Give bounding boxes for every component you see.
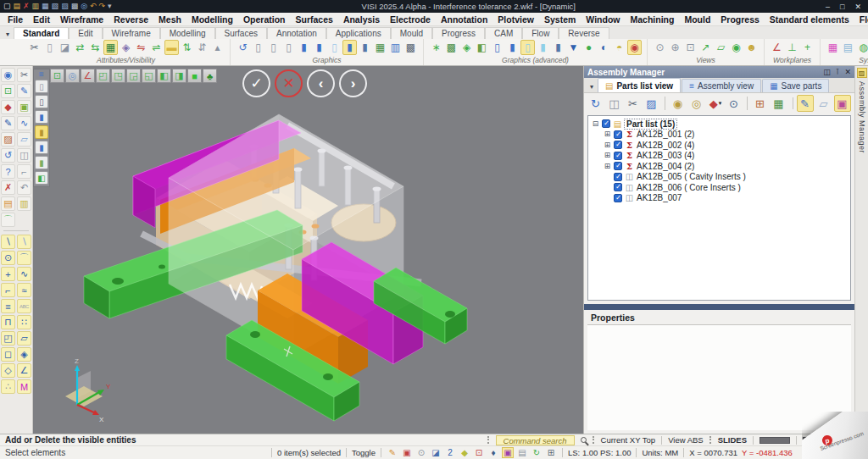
previous-button[interactable]: ‹ xyxy=(307,69,335,97)
refresh-icon[interactable]: ↺ xyxy=(1,148,15,163)
section-icon[interactable]: ▮ xyxy=(358,40,372,55)
help-icon[interactable]: ? xyxy=(1,164,15,179)
magnify-small-icon[interactable]: ⊙ xyxy=(415,447,427,458)
grid-small-icon[interactable]: ⊞ xyxy=(545,447,557,458)
edit-part-icon[interactable]: ✎ xyxy=(797,95,814,112)
view-tree-icon[interactable]: ♣ xyxy=(203,69,217,83)
copy-list-icon[interactable]: ▱ xyxy=(815,95,832,112)
expander-icon[interactable]: ⊟ xyxy=(592,120,599,128)
window-icon[interactable]: ▤ xyxy=(841,40,855,55)
points-icon[interactable]: ∴ xyxy=(1,379,15,394)
close-file-icon[interactable]: ✗ xyxy=(23,3,30,10)
maximize-button[interactable]: □ xyxy=(840,3,844,11)
menu-item[interactable]: Electrode xyxy=(386,14,435,25)
delete-icon[interactable]: ✗ xyxy=(1,180,15,195)
slider-bar[interactable] xyxy=(760,437,790,444)
checkbox-checked-icon[interactable] xyxy=(614,194,622,202)
panel-tab[interactable]: ▦ Save parts xyxy=(762,79,829,92)
image-icon[interactable]: ▣ xyxy=(401,447,413,458)
line-icon[interactable]: ∖ xyxy=(1,235,15,249)
menu-item[interactable]: Standard elements xyxy=(765,14,854,25)
attributes-icon[interactable]: ◈ xyxy=(119,40,133,55)
circle-icon[interactable]: ⊙ xyxy=(1,251,15,265)
transfer-green-icon[interactable]: ⇌ xyxy=(149,40,164,55)
ribbon-tab[interactable]: Edit xyxy=(69,27,102,39)
panel-tab[interactable]: ▤ Parts list view xyxy=(598,78,681,92)
ribbon-tab[interactable]: Standard xyxy=(14,27,69,39)
hatch-lines-icon[interactable]: ≡ xyxy=(1,299,15,313)
diamond-icon[interactable]: ◆ xyxy=(459,447,470,458)
next-button[interactable]: › xyxy=(339,69,367,97)
view-abs-label[interactable]: View ABS xyxy=(668,435,704,445)
layer-active-icon[interactable]: ▮ xyxy=(35,125,48,139)
workplane-icon[interactable]: ∠ xyxy=(770,40,784,55)
dynamic-section-icon[interactable]: ◐ xyxy=(597,40,611,55)
panel-tab[interactable]: ≡ Assembly view xyxy=(682,79,761,92)
menu-item[interactable]: Operation xyxy=(239,14,290,25)
mockup-icon[interactable]: M xyxy=(17,379,31,394)
swap-visibility-icon[interactable]: ⇄ xyxy=(73,40,87,55)
layer-green-icon[interactable]: ▮ xyxy=(35,156,48,169)
zoom-previous-icon[interactable]: ⊙ xyxy=(653,40,667,55)
view-iso2-icon[interactable]: ◧ xyxy=(157,69,171,83)
refresh-list-icon[interactable]: ↻ xyxy=(587,95,604,112)
assembly-manager-side-tab[interactable]: Assembly Manager xyxy=(858,81,866,153)
hide-icon[interactable]: ◪ xyxy=(58,40,72,55)
zoom-box-icon[interactable]: ⊡ xyxy=(1,84,15,98)
ribbon-tab[interactable]: Surfaces xyxy=(215,27,267,39)
box-icon[interactable]: ◇ xyxy=(1,363,15,378)
toggle-button[interactable]: Toggle xyxy=(352,448,376,457)
hidden-line-icon[interactable]: ▯ xyxy=(266,40,281,55)
move-updown-icon[interactable]: ⇅ xyxy=(180,40,194,55)
menu-item[interactable]: Plotview xyxy=(493,14,538,25)
save-icon[interactable]: ▦ xyxy=(42,3,49,10)
dashed-line-icon[interactable]: ∖ xyxy=(17,235,31,249)
workplane-new-icon[interactable]: + xyxy=(800,40,815,55)
background-icon[interactable]: ▩ xyxy=(403,40,418,55)
solid-icon[interactable]: ◫ xyxy=(17,148,31,163)
menu-item[interactable]: Progress xyxy=(716,14,764,25)
analysis-shield-icon[interactable]: ◉ xyxy=(627,40,642,55)
bom-table-icon[interactable]: ▦ xyxy=(771,95,787,112)
sheet-icon[interactable]: ▥ xyxy=(17,196,31,211)
new-file-icon[interactable]: ▢ xyxy=(3,3,11,10)
grid-shade-icon[interactable]: ▦ xyxy=(373,40,387,55)
shaded-edges-icon[interactable]: ▮ xyxy=(312,40,326,55)
tools-icon[interactable]: ✂ xyxy=(625,95,642,112)
mesh-icon[interactable]: ▩ xyxy=(444,40,459,55)
validate-icon[interactable]: ▣ xyxy=(17,100,31,114)
ribbon-tab[interactable]: Progress xyxy=(432,27,485,39)
view-shaded-icon[interactable]: ■ xyxy=(187,69,202,83)
undo-icon[interactable]: ↶ xyxy=(17,180,31,195)
tabs-dropdown-icon[interactable]: ▾ xyxy=(586,83,598,92)
block-icon[interactable]: ◈ xyxy=(17,347,31,362)
spline-icon[interactable]: ∿ xyxy=(17,267,31,281)
expander-icon[interactable]: ⊞ xyxy=(604,130,611,138)
view-orient-icon[interactable]: ☻ xyxy=(744,40,759,55)
panel-splitter[interactable] xyxy=(584,304,854,310)
import-icon[interactable]: ▥ xyxy=(32,3,40,10)
grip-handle[interactable] xyxy=(593,436,595,444)
plane-icon[interactable]: ▱ xyxy=(17,132,31,147)
menu-item[interactable]: Modelling xyxy=(187,14,237,25)
tree-item[interactable]: ⊞ Σ AK12B_004 (2) xyxy=(590,161,849,172)
transparent-icon[interactable]: ▯ xyxy=(327,40,342,55)
layer-blue-icon[interactable]: ▮ xyxy=(35,110,48,124)
checkbox-checked-icon[interactable] xyxy=(614,173,622,181)
expander-icon[interactable]: ⊞ xyxy=(604,163,611,170)
layer-blank-icon[interactable]: ▯ xyxy=(35,80,48,93)
measure-icon[interactable]: ◆ xyxy=(1,100,15,114)
menu-item[interactable]: Mesh xyxy=(154,14,186,25)
annotate-icon[interactable]: ✎ xyxy=(1,116,15,130)
cube-purple-icon[interactable]: ▣ xyxy=(502,447,514,458)
panel-strip-icon[interactable]: ▨ xyxy=(857,68,867,78)
trim-icon[interactable]: ✂ xyxy=(17,68,31,82)
checkbox-checked-icon[interactable] xyxy=(614,130,622,139)
region-icon[interactable]: ▱ xyxy=(17,331,31,346)
frame-icon[interactable]: ⊡ xyxy=(473,447,485,458)
color-parts-icon[interactable]: ▣ xyxy=(834,95,851,112)
erase-icon[interactable]: ✂ xyxy=(27,40,42,55)
sort-icon[interactable]: ⇵ xyxy=(195,40,209,55)
view-sheet-icon[interactable]: ▱ xyxy=(714,40,728,55)
render-mode-icon[interactable]: ▮ xyxy=(342,40,357,55)
